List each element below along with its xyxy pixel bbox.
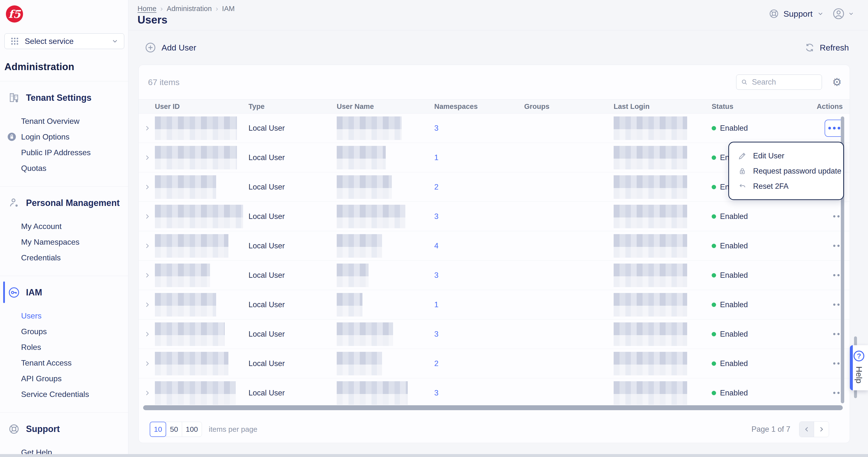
grid-icon bbox=[10, 36, 19, 46]
user-name-redacted bbox=[337, 323, 434, 346]
menu-item-label: Request password update bbox=[753, 167, 841, 176]
table-header-row: User ID Type User Name Namespaces Groups… bbox=[139, 99, 849, 114]
sidebar-item-public-ip-addresses[interactable]: Public IP Addresses bbox=[0, 145, 128, 160]
page-size-50[interactable]: 50 bbox=[166, 422, 182, 437]
user-type: Local User bbox=[248, 183, 337, 191]
add-user-button[interactable]: Add User bbox=[145, 42, 196, 53]
user-id-redacted bbox=[155, 381, 248, 405]
status-dot bbox=[712, 155, 716, 160]
support-menu[interactable]: Support bbox=[769, 8, 824, 19]
row-expand-icon[interactable] bbox=[144, 242, 151, 250]
sidebar-item-users[interactable]: Users bbox=[0, 308, 128, 324]
user-name-redacted bbox=[337, 234, 434, 258]
user-type: Local User bbox=[248, 124, 337, 133]
row-expand-icon[interactable] bbox=[144, 389, 151, 397]
status-label: Enabled bbox=[720, 124, 748, 133]
row-expand-icon[interactable] bbox=[144, 154, 151, 161]
status-badge: Enabled bbox=[712, 330, 814, 339]
col-namespaces: Namespaces bbox=[434, 102, 524, 111]
namespaces-link[interactable]: 3 bbox=[434, 124, 438, 132]
breadcrumb-separator: › bbox=[216, 4, 218, 13]
window-bottom-edge bbox=[0, 454, 868, 457]
table-row[interactable]: Local User 2 Enabled bbox=[139, 349, 849, 378]
item-label: My Account bbox=[21, 222, 62, 231]
table-row[interactable]: Local User 3 Enabled bbox=[139, 202, 849, 231]
row-expand-icon[interactable] bbox=[144, 125, 151, 132]
table-row[interactable]: Local User 3 Enabled bbox=[139, 319, 849, 349]
sidebar-item-login-options[interactable]: Login Options bbox=[0, 129, 128, 145]
namespaces-link[interactable]: 4 bbox=[434, 242, 438, 250]
row-expand-icon[interactable] bbox=[144, 331, 151, 338]
page-size-100[interactable]: 100 bbox=[182, 422, 202, 437]
sidebar-item-credentials[interactable]: Credentials bbox=[0, 250, 128, 266]
table-row[interactable]: Local User 3 Enabled bbox=[139, 114, 849, 143]
menu-item-reset-2fa[interactable]: Reset 2FA bbox=[729, 179, 843, 194]
row-expand-icon[interactable] bbox=[144, 183, 151, 191]
namespaces-link[interactable]: 3 bbox=[434, 271, 438, 279]
table-row[interactable]: Local User 3 Enabled bbox=[139, 378, 849, 406]
search-input[interactable] bbox=[751, 78, 817, 87]
items-count: 67 items bbox=[148, 65, 180, 99]
horizontal-scrollbar[interactable] bbox=[143, 405, 843, 410]
lifebuoy-icon bbox=[8, 423, 20, 435]
user-type: Local User bbox=[248, 212, 337, 221]
user-id-redacted bbox=[155, 293, 248, 316]
status-dot bbox=[712, 332, 716, 336]
namespaces-link[interactable]: 2 bbox=[434, 359, 438, 368]
namespaces-link[interactable]: 2 bbox=[434, 183, 438, 191]
page-size-10[interactable]: 10 bbox=[150, 422, 166, 437]
menu-item-edit-user[interactable]: Edit User bbox=[729, 148, 843, 163]
next-page-button[interactable] bbox=[814, 422, 829, 437]
user-id-redacted bbox=[155, 205, 248, 228]
row-expand-icon[interactable] bbox=[144, 272, 151, 279]
namespaces-link[interactable]: 1 bbox=[434, 153, 438, 162]
sidebar-item-groups[interactable]: Groups bbox=[0, 324, 128, 339]
sidebar-item-support[interactable]: Support bbox=[0, 421, 128, 437]
lock-badge-icon bbox=[7, 132, 17, 142]
account-menu[interactable] bbox=[832, 7, 854, 20]
sidebar-item-personal-management[interactable]: Personal Management bbox=[0, 195, 128, 211]
sidebar-item-tenant-access[interactable]: Tenant Access bbox=[0, 355, 128, 371]
sidebar-section-personal-management: Personal Management My Account My Namesp… bbox=[0, 187, 128, 276]
users-table-card: 67 items ⚙ User ID Type User Name Namesp… bbox=[138, 65, 850, 443]
sidebar-item-tenant-overview[interactable]: Tenant Overview bbox=[0, 113, 128, 129]
sidebar-item-service-credentials[interactable]: Service Credentials bbox=[0, 386, 128, 402]
table-row[interactable]: Local User 3 Enabled bbox=[139, 261, 849, 290]
page-nav bbox=[799, 422, 829, 437]
prev-page-button[interactable] bbox=[799, 422, 814, 437]
user-name-redacted bbox=[337, 381, 434, 405]
sidebar-item-roles[interactable]: Roles bbox=[0, 339, 128, 355]
sidebar-item-quotas[interactable]: Quotas bbox=[0, 160, 128, 176]
help-tab[interactable]: ? Help bbox=[850, 345, 868, 390]
namespaces-link[interactable]: 3 bbox=[434, 212, 438, 221]
sidebar-item-api-groups[interactable]: API Groups bbox=[0, 371, 128, 386]
row-expand-icon[interactable] bbox=[144, 301, 151, 308]
table-row[interactable]: Local User 4 Enabled bbox=[139, 231, 849, 261]
last-login-redacted bbox=[614, 381, 712, 405]
row-expand-icon[interactable] bbox=[144, 360, 151, 367]
col-groups: Groups bbox=[524, 102, 614, 111]
service-selector[interactable]: Select service bbox=[4, 33, 124, 49]
sidebar-item-tenant-settings[interactable]: Tenant Settings bbox=[0, 90, 128, 106]
item-label: API Groups bbox=[21, 374, 62, 383]
namespaces-link[interactable]: 3 bbox=[434, 389, 438, 397]
item-label: Roles bbox=[21, 343, 41, 352]
namespaces-link[interactable]: 3 bbox=[434, 330, 438, 338]
item-label: Credentials bbox=[21, 253, 61, 262]
help-label: Help bbox=[854, 366, 864, 384]
sidebar-item-my-namespaces[interactable]: My Namespaces bbox=[0, 234, 128, 250]
menu-item-request-password-update[interactable]: Request password update bbox=[729, 163, 843, 179]
breadcrumb-home-link[interactable]: Home bbox=[137, 5, 156, 13]
sidebar-item-iam[interactable]: IAM bbox=[0, 284, 128, 301]
tenant-settings-icon bbox=[8, 92, 20, 103]
table-row[interactable]: Local User 1 Enabled bbox=[139, 290, 849, 319]
search-icon bbox=[741, 78, 748, 86]
item-label: Quotas bbox=[21, 164, 46, 173]
row-expand-icon[interactable] bbox=[144, 213, 151, 220]
user-id-redacted bbox=[155, 175, 248, 199]
namespaces-link[interactable]: 1 bbox=[434, 300, 438, 309]
refresh-button[interactable]: Refresh bbox=[805, 42, 849, 53]
item-label: Groups bbox=[21, 327, 47, 336]
sidebar-item-my-account[interactable]: My Account bbox=[0, 218, 128, 234]
gear-icon[interactable]: ⚙ bbox=[832, 77, 842, 88]
